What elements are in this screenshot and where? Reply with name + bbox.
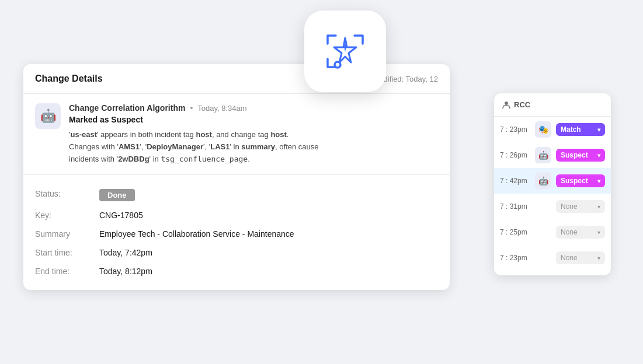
rcc-avatar bbox=[535, 224, 551, 240]
key-row: Key: CNG-17805 bbox=[35, 206, 438, 225]
rcc-list-item: 7 : 25pmNone▾ bbox=[494, 219, 611, 245]
svg-point-0 bbox=[335, 62, 340, 68]
rcc-time: 7 : 31pm bbox=[500, 202, 530, 211]
rcc-time: 7 : 26pm bbox=[500, 151, 530, 159]
rcc-avatar: 🤖 bbox=[535, 173, 551, 189]
suspect-label: Marked as Suspect bbox=[69, 115, 438, 124]
correlation-section: 🤖 Change Correlation Algorithm • Today, … bbox=[23, 94, 450, 175]
details-section: Status: Done Key: CNG-17805 Summary Empl… bbox=[23, 175, 450, 290]
chevron-down-icon: ▾ bbox=[597, 204, 600, 210]
app-icon bbox=[304, 10, 386, 92]
rcc-badge-none[interactable]: None▾ bbox=[556, 200, 605, 213]
rcc-avatar bbox=[535, 250, 551, 266]
algorithm-name: Change Correlation Algorithm bbox=[69, 103, 185, 113]
rcc-list-item: 7 : 31pmNone▾ bbox=[494, 194, 611, 219]
rcc-header: RCC bbox=[494, 93, 611, 117]
end-time-value: Today, 8:12pm bbox=[99, 267, 438, 276]
rcc-avatar: 🎭 bbox=[535, 121, 551, 138]
chevron-down-icon: ▾ bbox=[597, 127, 600, 133]
correlation-header: Change Correlation Algorithm • Today, 8:… bbox=[69, 103, 438, 113]
correlation-text: 'us-east' appears in both incident tag h… bbox=[69, 129, 438, 165]
rcc-card: RCC 7 : 23pm🎭Match▾7 : 26pm🤖Suspect▾7 : … bbox=[494, 93, 611, 275]
rcc-title: RCC bbox=[514, 100, 530, 109]
summary-row: Summary Employee Tech - Collaboration Se… bbox=[35, 225, 438, 243]
summary-label: Summary bbox=[35, 229, 99, 239]
algorithm-avatar: 🤖 bbox=[35, 103, 61, 129]
chevron-down-icon: ▾ bbox=[597, 178, 600, 184]
rcc-list-item: 7 : 26pm🤖Suspect▾ bbox=[494, 142, 611, 168]
key-label: Key: bbox=[35, 211, 99, 220]
end-time-row: End time: Today, 8:12pm bbox=[35, 262, 438, 281]
status-value: Done bbox=[99, 189, 438, 201]
correlation-time: Today, 8:34am bbox=[197, 104, 246, 113]
rcc-time: 7 : 42pm bbox=[500, 177, 530, 185]
rcc-badge-none[interactable]: None▾ bbox=[556, 251, 605, 264]
status-row: Status: Done bbox=[35, 184, 438, 206]
svg-point-1 bbox=[505, 102, 508, 105]
rcc-rows: 7 : 23pm🎭Match▾7 : 26pm🤖Suspect▾7 : 42pm… bbox=[494, 117, 611, 271]
rcc-list-item: 7 : 23pmNone▾ bbox=[494, 245, 611, 271]
rcc-avatar bbox=[535, 198, 551, 215]
key-value: CNG-17805 bbox=[99, 211, 438, 220]
chevron-down-icon: ▾ bbox=[597, 229, 600, 236]
start-time-value: Today, 7:42pm bbox=[99, 248, 438, 257]
rcc-list-item: 7 : 23pm🎭Match▾ bbox=[494, 117, 611, 142]
ai-icon-svg bbox=[319, 25, 371, 78]
rcc-list-item: 7 : 42pm🤖Suspect▾ bbox=[494, 168, 611, 194]
card-title: Change Details bbox=[35, 74, 103, 84]
status-label: Status: bbox=[35, 189, 99, 198]
rcc-avatar: 🤖 bbox=[535, 147, 551, 163]
card-header: Change Details Last modified: Today, 12 bbox=[23, 64, 450, 94]
end-time-label: End time: bbox=[35, 267, 99, 276]
rcc-badge-suspect[interactable]: Suspect▾ bbox=[556, 174, 605, 187]
rcc-time: 7 : 25pm bbox=[500, 228, 530, 236]
rcc-badge-match[interactable]: Match▾ bbox=[556, 123, 605, 136]
rcc-badge-none[interactable]: None▾ bbox=[556, 226, 605, 239]
start-time-label: Start time: bbox=[35, 248, 99, 257]
status-badge: Done bbox=[99, 189, 135, 201]
person-icon bbox=[502, 101, 510, 109]
summary-value: Employee Tech - Collaboration Service - … bbox=[99, 229, 438, 239]
change-details-card: Change Details Last modified: Today, 12 … bbox=[23, 64, 450, 290]
rcc-badge-suspect[interactable]: Suspect▾ bbox=[556, 149, 605, 162]
rcc-time: 7 : 23pm bbox=[500, 254, 530, 262]
chevron-down-icon: ▾ bbox=[597, 255, 600, 261]
start-time-row: Start time: Today, 7:42pm bbox=[35, 243, 438, 262]
rcc-time: 7 : 23pm bbox=[500, 125, 530, 134]
correlation-content: Change Correlation Algorithm • Today, 8:… bbox=[69, 103, 438, 165]
chevron-down-icon: ▾ bbox=[597, 152, 600, 159]
